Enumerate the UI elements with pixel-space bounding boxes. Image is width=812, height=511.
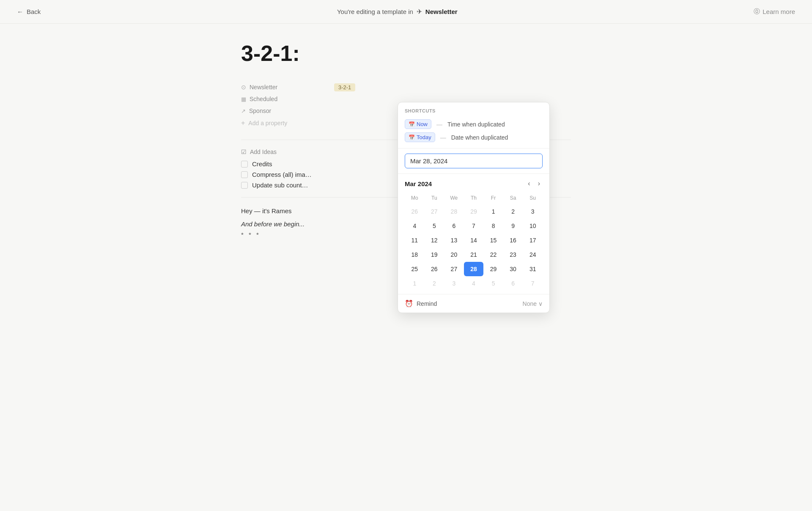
newsletter-tag[interactable]: 3-2-1	[334, 83, 355, 91]
calendar-grid: MoTuWeThFrSaSu 2627282912345678910111213…	[405, 193, 543, 291]
day-of-week-header: We	[444, 193, 464, 204]
back-button[interactable]: ← Back	[17, 8, 41, 15]
calendar-day[interactable]: 9	[503, 219, 523, 233]
calendar-day[interactable]: 29	[483, 262, 503, 276]
property-scheduled-label: ▦ Scheduled	[241, 96, 334, 102]
date-input[interactable]	[405, 154, 543, 168]
calendar-day[interactable]: 27	[425, 204, 444, 219]
shortcuts-section: Shortcuts 📅 Now — Time when duplicated 📅…	[398, 102, 549, 148]
calendar-day[interactable]: 4	[405, 219, 425, 233]
calendar-day[interactable]: 19	[425, 247, 444, 262]
shortcut-sep-2: —	[440, 134, 446, 141]
property-sponsor-text: Sponsor	[249, 107, 271, 114]
calendar-day[interactable]: 7	[464, 219, 484, 233]
calendar-day[interactable]: 24	[523, 247, 543, 262]
day-of-week-header: Mo	[405, 193, 425, 204]
today-cal-icon: 📅	[409, 135, 415, 140]
calendar-day[interactable]: 6	[444, 219, 464, 233]
calendar-day[interactable]: 3	[523, 204, 543, 219]
calendar-day[interactable]: 12	[425, 233, 444, 247]
main-content: 3-2-1: ⊙ Newsletter 3-2-1 ▦ Scheduled ↗ …	[216, 24, 596, 255]
property-scheduled-text: Scheduled	[250, 96, 277, 102]
remind-value: None	[523, 300, 537, 307]
calendar-day[interactable]: 5	[425, 219, 444, 233]
remind-label: Remind	[417, 300, 437, 307]
calendar-day[interactable]: 23	[503, 247, 523, 262]
calendar-day[interactable]: 2	[425, 276, 444, 291]
calendar-day[interactable]: 4	[464, 276, 484, 291]
calendar-day[interactable]: 3	[444, 276, 464, 291]
today-desc: Date when duplicated	[451, 134, 508, 141]
calendar-day[interactable]: 28	[464, 262, 484, 276]
calendar-day[interactable]: 17	[523, 233, 543, 247]
calendar-day[interactable]: 30	[503, 262, 523, 276]
day-of-week-header: Tu	[425, 193, 444, 204]
newsletter-icon: ⊙	[241, 84, 246, 91]
arrow-left-icon: ←	[17, 8, 23, 15]
shortcut-sep-1: —	[436, 121, 442, 128]
send-icon: ✈	[417, 8, 422, 16]
learn-more-button[interactable]: ⓪ Learn more	[754, 8, 795, 16]
calendar-day[interactable]: 1	[483, 204, 503, 219]
calendar-header: Mar 2024 ‹ ›	[405, 179, 543, 188]
shortcuts-title: Shortcuts	[405, 108, 543, 113]
editing-text: You're editing a template in	[337, 8, 413, 15]
learn-more-label: Learn more	[763, 8, 795, 15]
calendar-day[interactable]: 25	[405, 262, 425, 276]
calendar-day[interactable]: 6	[503, 276, 523, 291]
calendar-day[interactable]: 8	[483, 219, 503, 233]
property-newsletter-text: Newsletter	[250, 84, 277, 91]
day-of-week-header: Sa	[503, 193, 523, 204]
calendar-day[interactable]: 13	[444, 233, 464, 247]
checkbox-credits[interactable]	[241, 161, 248, 168]
calendar-day[interactable]: 7	[523, 276, 543, 291]
calendar-day[interactable]: 2	[503, 204, 523, 219]
back-label: Back	[27, 8, 41, 15]
calendar-day[interactable]: 14	[464, 233, 484, 247]
property-newsletter-label: ⊙ Newsletter	[241, 84, 334, 91]
checkbox-update[interactable]	[241, 182, 248, 189]
checklist-item-label: Update sub count…	[252, 181, 308, 189]
calendar-day[interactable]: 11	[405, 233, 425, 247]
topbar-center: You're editing a template in ✈ Newslette…	[337, 8, 458, 16]
checkbox-compress[interactable]	[241, 171, 248, 178]
date-picker-popup: Shortcuts 📅 Now — Time when duplicated 📅…	[398, 102, 550, 313]
remind-value-button[interactable]: None ∨	[523, 300, 543, 307]
calendar-day[interactable]: 22	[483, 247, 503, 262]
calendar-day[interactable]: 20	[444, 247, 464, 262]
calendar-day[interactable]: 18	[405, 247, 425, 262]
today-button[interactable]: 📅 Today	[405, 132, 435, 142]
calendar-navigation: ‹ ›	[525, 179, 543, 188]
day-of-week-header: Th	[464, 193, 484, 204]
calendar-day[interactable]: 27	[444, 262, 464, 276]
calendar-day[interactable]: 15	[483, 233, 503, 247]
calendar-day[interactable]: 28	[444, 204, 464, 219]
prev-month-button[interactable]: ‹	[525, 179, 532, 188]
property-newsletter[interactable]: ⊙ Newsletter 3-2-1	[241, 81, 571, 93]
now-label: Now	[417, 121, 428, 127]
today-label: Today	[417, 134, 431, 140]
calendar-day[interactable]: 5	[483, 276, 503, 291]
calendar-day[interactable]: 26	[405, 204, 425, 219]
remind-left: ⏰ Remind	[405, 299, 437, 308]
remind-section: ⏰ Remind None ∨	[398, 294, 549, 313]
calendar-icon: ▦	[241, 96, 246, 102]
calendar-day[interactable]: 21	[464, 247, 484, 262]
calendar-day[interactable]: 1	[405, 276, 425, 291]
now-desc: Time when duplicated	[447, 121, 505, 128]
day-of-week-header: Su	[523, 193, 543, 204]
calendar-day[interactable]: 16	[503, 233, 523, 247]
now-button[interactable]: 📅 Now	[405, 119, 431, 129]
page-title[interactable]: 3-2-1:	[241, 41, 571, 66]
shortcut-now-row: 📅 Now — Time when duplicated	[405, 118, 543, 131]
arrow-up-right-icon: ↗	[241, 108, 246, 114]
plus-icon: +	[241, 119, 245, 127]
calendar-section: Mar 2024 ‹ › MoTuWeThFrSaSu 262728291234…	[398, 174, 549, 294]
calendar-day[interactable]: 26	[425, 262, 444, 276]
calendar-day[interactable]: 31	[523, 262, 543, 276]
calendar-day[interactable]: 29	[464, 204, 484, 219]
checklist-icon: ☑	[241, 148, 247, 155]
property-newsletter-value[interactable]: 3-2-1	[334, 84, 355, 91]
next-month-button[interactable]: ›	[535, 179, 543, 188]
calendar-day[interactable]: 10	[523, 219, 543, 233]
